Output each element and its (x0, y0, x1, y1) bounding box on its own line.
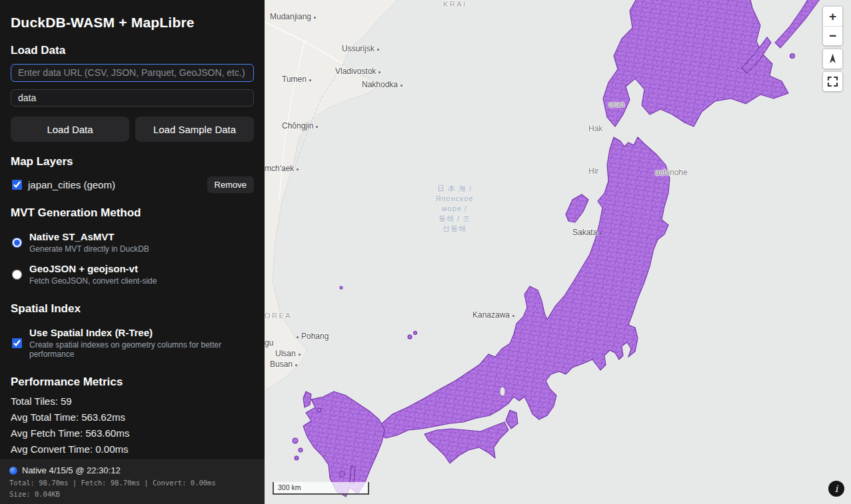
layer-label: japan_cities (geom) (28, 179, 115, 190)
remove-layer-button[interactable]: Remove (207, 176, 254, 193)
layer-visibility-checkbox[interactable] (12, 180, 22, 190)
mvt-option-native-text: Native ST_AsMVT Generate MVT directly in… (29, 231, 149, 254)
metric-total-tiles: Total Tiles: 59 (11, 395, 254, 407)
mvt-option-native[interactable]: Native ST_AsMVT Generate MVT directly in… (12, 231, 254, 254)
spatial-index-desc: Create spatial indexes on geometry colum… (29, 340, 243, 359)
map-label-nakhodka: Nakhodka (362, 80, 403, 89)
mvt-method-heading: MVT Generation Method (11, 206, 254, 220)
map-label-mudanjiang: Mudanjiang (270, 12, 316, 21)
metric-avg-convert: Avg Convert Time: 0.00ms (11, 443, 254, 455)
map-label-muroran: oran (608, 100, 624, 109)
geojson-mvt-label: GeoJSON + geojson-vt (29, 263, 157, 274)
spatial-index-label: Use Spatial Index (R-Tree) (29, 327, 243, 338)
compass-icon (823, 49, 842, 69)
log-panel: Native 4/15/5 @ 22:30:12 Total: 98.70ms … (0, 459, 265, 504)
sidebar: DuckDB-WASM + MapLibre Load Data Load Da… (0, 0, 265, 504)
fullscreen-icon (823, 72, 842, 91)
native-mvt-label: Native ST_AsMVT (29, 231, 149, 242)
map-label-kanazawa: Kanazawa (472, 310, 514, 320)
zoom-out-button[interactable]: − (823, 26, 842, 45)
lake-biwa (500, 387, 505, 396)
native-mvt-desc: Generate MVT directly in DuckDB (29, 244, 149, 254)
map-canvas[interactable]: Mudanjiang KRAI Ussurijsk Vladivostok Tu… (265, 0, 851, 504)
map-label-sakata: Sakata (572, 228, 602, 237)
geojson-mvt-radio[interactable] (12, 270, 22, 280)
spatial-index-text: Use Spatial Index (R-Tree) Create spatia… (29, 327, 243, 359)
zoom-in-button[interactable]: + (823, 7, 842, 26)
map-label-ussurijsk: Ussurijsk (342, 44, 379, 53)
spatial-index-checkbox[interactable] (12, 338, 22, 348)
layer-row: japan_cities (geom) Remove (12, 176, 254, 193)
app-title: DuckDB-WASM + MapLibre (11, 15, 254, 31)
map-label-busan: Busan (270, 360, 297, 369)
log-entry-timings: Total: 98.70ms | Fetch: 98.70ms | Conver… (9, 479, 255, 487)
map-label-kimchaek: mch'aek (265, 164, 299, 173)
map-label-tumen: Tumen (282, 75, 311, 84)
scale-bar: 300 km (273, 482, 369, 495)
map-label-hakodate: Hak (588, 124, 602, 133)
mvt-option-geojson[interactable]: GeoJSON + geojson-vt Fetch GeoJSON, conv… (12, 263, 254, 286)
map-label-hirosaki: Hir (588, 166, 598, 176)
log-entry-size: Size: 0.04KB (9, 490, 255, 498)
zoom-control-group: + − (823, 7, 842, 45)
load-data-heading: Load Data (11, 44, 254, 57)
map-layers-heading: Map Layers (11, 155, 254, 168)
fullscreen-button[interactable] (823, 72, 842, 91)
table-name-input[interactable] (11, 89, 254, 107)
attribution-button[interactable]: i (828, 481, 844, 497)
blue-circle-icon (9, 467, 17, 475)
spatial-index-toggle[interactable]: Use Spatial Index (R-Tree) Create spatia… (12, 327, 254, 359)
load-data-button[interactable]: Load Data (11, 117, 129, 142)
map-label-daegu: gu (265, 338, 273, 348)
fullscreen-control-group (823, 72, 842, 91)
metric-avg-total: Avg Total Time: 563.62ms (11, 411, 254, 423)
spatial-index-heading: Spatial Index (11, 302, 254, 316)
native-mvt-radio[interactable] (12, 238, 22, 248)
map-label-chongjin: Chŏngjin (282, 121, 318, 130)
log-entry-title: Native 4/15/5 @ 22:30:12 (22, 465, 121, 475)
load-sample-data-button[interactable]: Load Sample Data (135, 117, 254, 142)
compass-control-group (823, 49, 842, 69)
app-root: DuckDB-WASM + MapLibre Load Data Load Da… (0, 0, 851, 504)
load-buttons-row: Load Data Load Sample Data (11, 117, 254, 142)
compass-button[interactable] (823, 49, 842, 69)
map-label-krai: KRAI (443, 0, 467, 8)
data-url-input[interactable] (11, 64, 254, 82)
sea-of-japan-label: 日 本 海 / Японское море / 동해 / 조 선동해 (418, 184, 491, 234)
mvt-option-geojson-text: GeoJSON + geojson-vt Fetch GeoJSON, conv… (29, 263, 157, 286)
map-label-vladivostok: Vladivostok (335, 67, 381, 76)
performance-heading: Performance Metrics (11, 376, 254, 389)
map-label-hachinohe: achinohe (655, 168, 688, 177)
geojson-mvt-desc: Fetch GeoJSON, convert client-side (29, 276, 157, 286)
map-label-pohang: Pohang (297, 332, 329, 341)
map-label-ulsan: Ulsan (275, 349, 301, 358)
log-entry-title-row: Native 4/15/5 @ 22:30:12 (9, 465, 255, 475)
map-label-korea: OREA (265, 312, 292, 320)
metric-avg-fetch: Avg Fetch Time: 563.60ms (11, 427, 254, 439)
